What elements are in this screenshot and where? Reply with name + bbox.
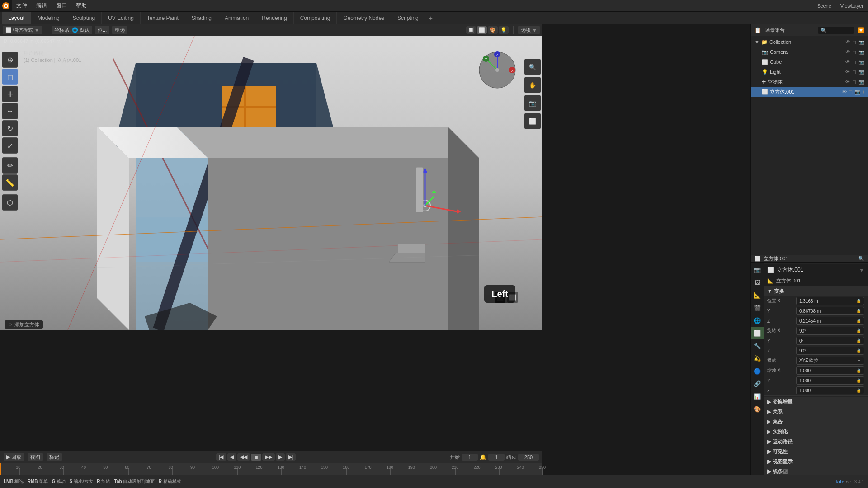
tab-modeling[interactable]: Modeling	[31, 12, 66, 24]
outliner-search-input[interactable]	[818, 27, 854, 34]
start-frame-field[interactable]: 1	[488, 454, 505, 461]
tab-scripting[interactable]: Scripting	[391, 12, 425, 24]
navigation-gizmo[interactable]: X Y Z	[477, 50, 518, 90]
scale-x-field[interactable]: 1.000 🔒	[796, 366, 864, 375]
menu-help[interactable]: 帮助	[71, 0, 91, 11]
scale-lock-y[interactable]: 🔒	[856, 378, 861, 383]
tab-sculpting[interactable]: Sculpting	[66, 12, 102, 24]
rotation-mode-field[interactable]: XYZ 欧拉 ▼	[796, 357, 864, 365]
rot-lock-y[interactable]: 🔒	[856, 338, 861, 343]
eye-icon[interactable]: 👁	[845, 39, 850, 45]
lineart-header[interactable]: ▶ 线条画	[764, 466, 868, 476]
annotate-tool[interactable]: ✏	[2, 157, 18, 174]
zoom-in-btn[interactable]: 🔍	[524, 59, 541, 75]
rotate-tool[interactable]: ↻	[2, 120, 18, 136]
outliner-item-collection[interactable]: ▼ 📁 Collection 👁 ◻ 📷	[751, 37, 868, 47]
add-tool[interactable]: ⬡	[2, 194, 18, 211]
add-workspace-tab[interactable]: +	[425, 14, 436, 22]
outliner-item-cube[interactable]: ⬜ Cube 👁 ◻ 📷	[751, 57, 868, 67]
empty-sel-icon[interactable]: ◻	[852, 79, 856, 85]
light-render-icon[interactable]: 📷	[858, 69, 864, 75]
measure-tool[interactable]: 📏	[2, 174, 18, 191]
scale-lock-z[interactable]: 🔒	[856, 388, 861, 393]
location-y-field[interactable]: 0.86708 m 🔒	[796, 307, 864, 315]
menu-file[interactable]: 文件	[12, 0, 32, 11]
prev-frame-btn[interactable]: ◀	[227, 453, 236, 461]
viewport-display-header[interactable]: ▶ 视图显示	[764, 456, 868, 466]
material-props-btn[interactable]: 🎨	[751, 403, 764, 415]
wireframe-shading-btn[interactable]: 🔲	[466, 26, 476, 34]
rendered-shading-btn[interactable]: 💡	[499, 26, 509, 34]
menu-edit[interactable]: 编辑	[32, 0, 52, 11]
end-frame-field[interactable]: 250	[518, 454, 539, 461]
render-props-btn[interactable]: 📷	[751, 263, 764, 276]
light-sel-icon[interactable]: ◻	[852, 69, 856, 75]
world-props-btn[interactable]: 🌐	[751, 314, 764, 327]
add-cube-status[interactable]: ▷ 添加立方体	[5, 320, 43, 329]
data-props-btn[interactable]: 📊	[751, 390, 764, 403]
timeline-ruler[interactable]: 1102030405060708090100110120130140150160…	[0, 463, 542, 476]
view-layer-name[interactable]: ViewLayer	[836, 0, 868, 11]
light-eye-icon[interactable]: 👁	[845, 69, 850, 75]
location-x-field[interactable]: 1.3163 m 🔒	[796, 297, 864, 305]
physics-props-btn[interactable]: 🔵	[751, 365, 764, 377]
cursor-tool[interactable]: ⊕	[2, 52, 18, 68]
timeline-playback-btn[interactable]: ▶ 回放	[4, 453, 24, 461]
select-icon[interactable]: ◻	[852, 39, 856, 45]
cube-sel-icon[interactable]: ◻	[852, 59, 856, 65]
play-btn[interactable]: ▶▶	[262, 453, 275, 461]
select-type-dropdown[interactable]: 框选	[112, 26, 127, 34]
constraints-props-btn[interactable]: 🔗	[751, 377, 764, 390]
particles-props-btn[interactable]: 💫	[751, 352, 764, 365]
rotation-z-field[interactable]: 90° 🔒	[796, 347, 864, 355]
tab-shading[interactable]: Shading	[185, 12, 218, 24]
tab-uv-editing[interactable]: UV Editing	[102, 12, 141, 24]
delta-transform-header[interactable]: ▶ 变换增量	[764, 397, 868, 407]
visibility-header[interactable]: ▶ 可见性	[764, 446, 868, 456]
scene-props-btn[interactable]: 🎬	[751, 301, 764, 314]
render-icon[interactable]: 📷	[858, 39, 864, 45]
tab-texture-paint[interactable]: Texture Paint	[141, 12, 185, 24]
scale-tool[interactable]: ⤢	[2, 137, 18, 154]
outliner-filter-icon[interactable]: 🔽	[858, 27, 864, 33]
camera-view-btn[interactable]: 📷	[524, 95, 541, 111]
outliner-item-empty[interactable]: ✚ 空物体 👁 ◻ 📷	[751, 77, 868, 87]
empty-eye-icon[interactable]: 👁	[845, 79, 850, 85]
camera-render-icon[interactable]: 📷	[858, 49, 864, 55]
scale-lock-x[interactable]: 🔒	[856, 368, 861, 373]
cube-render-icon[interactable]: 📷	[858, 59, 864, 65]
rot-lock-z[interactable]: 🔒	[856, 348, 861, 353]
object-props-btn[interactable]: ⬜	[751, 327, 764, 339]
render-region-btn[interactable]: ⬜	[524, 113, 541, 129]
blender-logo[interactable]	[0, 0, 12, 12]
output-props-btn[interactable]: 🖼	[751, 276, 764, 289]
lock-z-icon[interactable]: 🔒	[856, 319, 861, 323]
stop-btn[interactable]: ⏹	[251, 454, 261, 461]
rotation-y-field[interactable]: 0° 🔒	[796, 337, 864, 345]
select-tool[interactable]: ◻	[2, 69, 18, 85]
solid-shading-btn[interactable]: ⬜	[477, 26, 487, 34]
rotation-x-field[interactable]: 90° 🔒	[796, 327, 864, 335]
jump-start-btn[interactable]: |◀	[216, 453, 226, 461]
markers-btn[interactable]: 标记	[47, 453, 62, 461]
pivot-dropdown[interactable]: 位...	[95, 26, 109, 34]
outliner-item-light[interactable]: 💡 Light 👁 ◻ 📷	[751, 67, 868, 77]
material-shading-btn[interactable]: 🎨	[488, 26, 498, 34]
current-frame-field[interactable]: 1	[462, 454, 478, 461]
global-dropdown[interactable]: 坐标系: 🌐 默认	[52, 26, 92, 34]
cube001-eye-icon[interactable]: 👁	[842, 89, 847, 95]
scale-y-field[interactable]: 1.000 🔒	[796, 376, 864, 385]
object-mode-dropdown[interactable]: ⬜ 物体模式 ▼	[3, 26, 42, 34]
tab-rendering[interactable]: Rendering	[255, 12, 293, 24]
next-frame-btn[interactable]: ▶	[276, 453, 285, 461]
cube001-render-icon[interactable]: 📷	[854, 89, 861, 95]
instancing-header[interactable]: ▶ 实例化	[764, 427, 868, 436]
cube001-sel-icon[interactable]: ◻	[849, 89, 853, 95]
transform-header[interactable]: ▼ 变换	[764, 286, 868, 296]
empty-render-icon[interactable]: 📷	[858, 79, 864, 85]
overlay-btn[interactable]: 选项 ▼	[518, 26, 540, 34]
location-z-field[interactable]: 0.21454 m 🔒	[796, 317, 864, 325]
scale-z-field[interactable]: 1.000 🔒	[796, 386, 864, 394]
outliner-item-cube001[interactable]: ⬜ 立方体.001 👁 ◻ 📷 ⟩	[751, 87, 868, 97]
lock-y-icon[interactable]: 🔒	[856, 309, 861, 313]
